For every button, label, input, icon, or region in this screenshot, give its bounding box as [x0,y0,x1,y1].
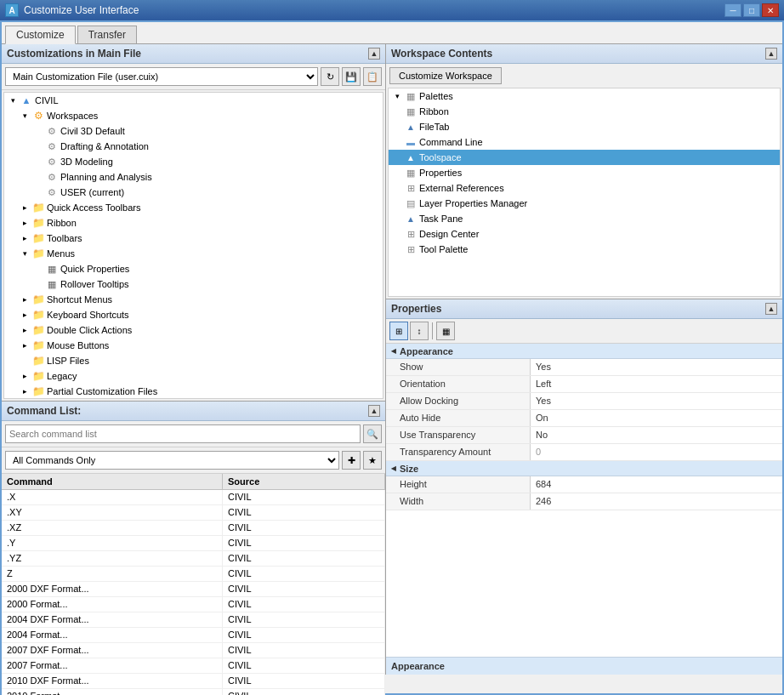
tree-item-quick-props[interactable]: ▦ Quick Properties [4,261,383,276]
tree-item-drafting[interactable]: ⚙ Drafting & Annotation [4,139,383,154]
collapse-customizations-btn[interactable]: ▲ [368,48,380,60]
tab-customize[interactable]: Customize [5,26,76,44]
prop-categorized-btn[interactable]: ⊞ [389,322,408,340]
prop-name-show: Show [386,359,531,375]
prop-value-show[interactable]: Yes [531,359,782,375]
collapse-properties-btn[interactable]: ▲ [765,303,777,315]
cmd-row[interactable]: 2007 Format... CIVIL [2,658,385,674]
expand-civil[interactable]: ▾ [6,94,20,107]
tree-item-partial[interactable]: ▸ 📁 Partial Customization Files [4,384,383,399]
save-file-btn[interactable]: 💾 [342,67,361,86]
label-properties-ws: Properties [419,168,462,178]
cmd-row[interactable]: Z CIVIL [2,567,385,582]
tree-item-quick-access[interactable]: ▸ 📁 Quick Access Toolbars [4,200,383,215]
prop-value-autohide[interactable]: On [531,410,782,426]
tree-item-toolbars[interactable]: ▸ 📁 Toolbars [4,231,383,246]
ws-tree-item-extrefs[interactable]: ⊞ External References [389,180,780,196]
cmd-row[interactable]: 2004 DXF Format... CIVIL [2,612,385,628]
file-dropdown[interactable]: Main Customization File (user.cuix) [5,67,318,86]
tree-item-dblclick[interactable]: ▸ 📁 Double Click Actions [4,322,383,338]
add-command-btn[interactable]: ✚ [342,451,361,470]
appearance-collapse-icon[interactable]: ◂ [391,345,396,356]
tree-item-workspaces[interactable]: ▾ ⚙ Workspaces [4,108,383,123]
collapse-workspace-btn[interactable]: ▲ [765,48,777,60]
cmd-row[interactable]: 2010 Format... CIVIL [2,689,385,695]
save-as-file-btn[interactable]: 📋 [363,67,382,86]
expand-dblclick[interactable]: ▸ [18,323,31,337]
tree-item-3d[interactable]: ⚙ 3D Modeling [4,154,383,169]
close-button[interactable]: ✕ [762,3,779,17]
expand-palettes-ws[interactable]: ▾ [390,89,404,103]
ws-tree-item-ribbon[interactable]: ▦ Ribbon [389,104,780,119]
prop-value-docking[interactable]: Yes [531,393,782,409]
customization-tree[interactable]: ▾ ▲ CIVIL ▾ ⚙ Workspaces ⚙ Civil 3D D [3,92,383,399]
size-collapse-icon[interactable]: ◂ [391,463,396,474]
prop-value-height[interactable]: 684 [531,476,782,493]
ws-tree-item-filetab[interactable]: ▲ FileTab [389,119,780,134]
cmd-row[interactable]: .XY CIVIL [2,505,385,521]
prop-value-orientation[interactable]: Left [531,376,782,392]
expand-quick[interactable]: ▸ [18,201,31,214]
tree-item-rollover[interactable]: ▦ Rollover Tooltips [4,276,383,292]
tree-item-c3d[interactable]: ⚙ Civil 3D Default [4,123,383,139]
expand-partial[interactable]: ▸ [18,385,31,398]
tab-transfer[interactable]: Transfer [77,26,137,43]
ws-tree-item-palettes[interactable]: ▾ ▦ Palettes [389,88,780,104]
cmd-source: CIVIL [223,567,385,581]
icon-properties-ws: ▦ [404,166,418,179]
expand-shortcut[interactable]: ▸ [18,293,31,306]
tree-item-keyboard[interactable]: ▸ 📁 Keyboard Shortcuts [4,307,383,322]
ws-tree-item-design[interactable]: ⊞ Design Center [389,226,780,242]
reload-file-btn[interactable]: ↻ [321,67,339,86]
ws-tree-item-toolspace[interactable]: ▲ Toolspace [389,150,780,165]
cmd-row[interactable]: 2000 Format... CIVIL [2,597,385,612]
prop-value-width[interactable]: 246 [531,493,782,510]
tree-item-legacy[interactable]: ▸ 📁 Legacy [4,368,383,384]
cmd-name: 2000 DXF Format... [2,582,223,596]
tree-item-civil[interactable]: ▾ ▲ CIVIL [4,93,383,108]
ws-tree-item-layers[interactable]: ▤ Layer Properties Manager [389,196,780,211]
appearance-bottom-label: Appearance [386,657,782,675]
tree-item-menus[interactable]: ▾ 📁 Menus [4,246,383,261]
cmd-row[interactable]: .X CIVIL [2,490,385,505]
expand-keyboard[interactable]: ▸ [18,308,31,322]
ws-tree-item-properties[interactable]: ▦ Properties [389,165,780,180]
prop-value-transparency[interactable]: No [531,427,782,443]
ws-tree-item-cmdline[interactable]: ▬ Command Line [389,134,780,150]
tree-item-shortcut[interactable]: ▸ 📁 Shortcut Menus [4,292,383,307]
expand-toolbars[interactable]: ▸ [18,231,31,245]
cmd-row[interactable]: .XZ CIVIL [2,521,385,536]
cmd-row[interactable]: 2004 Format... CIVIL [2,628,385,643]
expand-rollover [31,277,45,291]
prop-sort-btn[interactable]: ↕ [410,322,429,340]
expand-menus[interactable]: ▾ [18,247,31,260]
ws-tree-item-toolpal[interactable]: ⊞ Tool Palette [389,242,780,257]
search-input[interactable] [5,424,361,443]
cmd-row[interactable]: 2007 DXF Format... CIVIL [2,643,385,658]
search-btn[interactable]: 🔍 [363,424,382,443]
ws-tree-item-task-pane[interactable]: ▲ Task Pane [389,211,780,226]
cmd-row[interactable]: 2010 DXF Format... CIVIL [2,674,385,689]
expand-ribbon[interactable]: ▸ [18,216,31,230]
icon-toolpal: ⊞ [404,242,418,256]
filter-dropdown[interactable]: All Commands Only [5,451,339,470]
minimize-button[interactable]: ─ [724,3,741,17]
workspace-tree[interactable]: ▾ ▦ Palettes ▦ Ribbon ▲ FileTab [388,88,781,297]
tree-item-planning[interactable]: ⚙ Planning and Analysis [4,169,383,185]
command-table[interactable]: Command Source .X CIVIL .XY CIVIL .XZ CI… [2,474,385,695]
collapse-commands-btn[interactable]: ▲ [368,405,380,417]
restore-button[interactable]: □ [743,3,760,17]
cmd-row[interactable]: 2000 DXF Format... CIVIL [2,582,385,597]
prop-table-btn[interactable]: ▦ [436,322,455,340]
expand-legacy[interactable]: ▸ [18,369,31,383]
customize-workspace-button[interactable]: Customize Workspace [389,67,502,84]
cmd-row[interactable]: .Y CIVIL [2,536,385,551]
tree-item-lisp[interactable]: 📁 LISP Files [4,353,383,368]
tree-item-user[interactable]: ⚙ USER (current) [4,185,383,200]
tree-item-mouse[interactable]: ▸ 📁 Mouse Buttons [4,338,383,353]
cmd-row[interactable]: .YZ CIVIL [2,551,385,567]
expand-workspaces[interactable]: ▾ [18,109,31,122]
star-command-btn[interactable]: ★ [363,451,382,470]
tree-item-ribbon[interactable]: ▸ 📁 Ribbon [4,215,383,231]
expand-mouse[interactable]: ▸ [18,339,31,352]
